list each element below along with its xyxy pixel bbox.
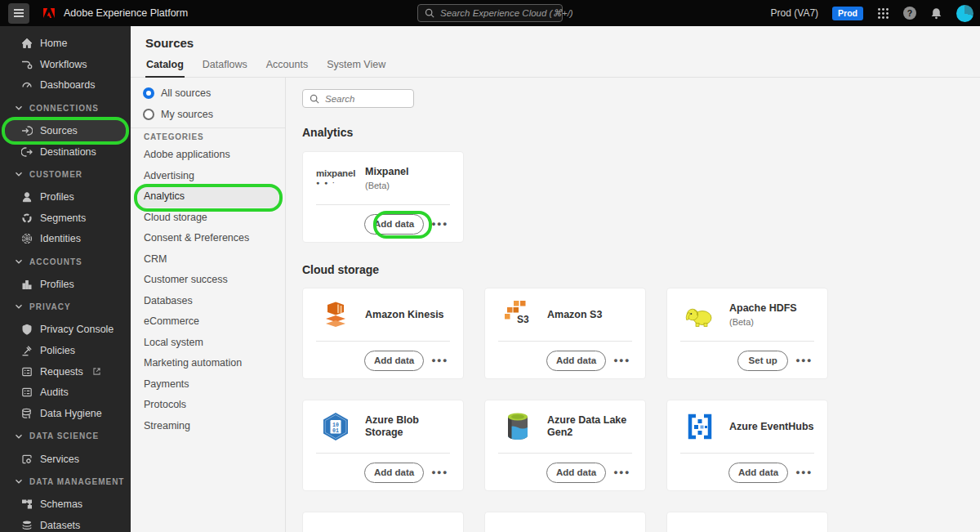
search-icon — [425, 8, 434, 18]
sidebar-section-label: PRIVACY — [29, 302, 71, 311]
bar-building-icon — [21, 279, 33, 290]
main-content: Sources Catalog Dataflows Accounts Syste… — [131, 26, 980, 532]
svg-text:01: 01 — [332, 428, 339, 434]
radio-label: All sources — [161, 87, 211, 99]
sidebar-item-label: Segments — [40, 212, 86, 224]
azure-data-lake-logo — [498, 408, 537, 445]
card-title: Mixpanel — [365, 166, 409, 178]
tab-dataflows[interactable]: Dataflows — [202, 54, 248, 77]
category-adobe-applications[interactable]: Adobe applications — [137, 145, 278, 166]
sidebar-item-label: Policies — [40, 345, 75, 356]
sidebar-item-requests[interactable]: Requests — [5, 361, 126, 382]
sidebar-item-schemas[interactable]: Schemas — [5, 494, 126, 515]
radio-my-sources[interactable]: My sources — [131, 104, 285, 125]
sidebar-item-label: Sources — [40, 125, 78, 136]
sidebar-section-data-science[interactable]: DATA SCIENCE — [0, 424, 131, 449]
sidebar-section-accounts[interactable]: ACCOUNTS — [0, 249, 131, 274]
source-card-amazon-kinesis: Amazon Kinesis Add data ●●● — [302, 288, 464, 379]
more-options-button[interactable]: ●●● — [431, 218, 448, 230]
category-crm[interactable]: CRM — [137, 249, 278, 270]
sidebar-item-workflows[interactable]: Workflows — [5, 54, 126, 75]
hamburger-menu-button[interactable] — [8, 3, 29, 24]
sidebar-item-segments[interactable]: Segments — [5, 208, 126, 229]
category-payments[interactable]: Payments — [137, 374, 278, 396]
sidebar-section-data-management[interactable]: DATA MANAGEMENT — [0, 469, 131, 494]
sidebar-item-identities[interactable]: Identities — [5, 229, 126, 250]
global-search-input[interactable]: Search Experience Cloud (⌘+/) — [417, 4, 563, 22]
mixpanel-logo: mixpanel ● ● · — [316, 159, 355, 197]
help-icon[interactable]: ? — [903, 7, 916, 20]
category-customer-success[interactable]: Customer success — [137, 270, 278, 291]
more-options-button[interactable]: ●●● — [795, 467, 813, 478]
category-streaming[interactable]: Streaming — [137, 416, 278, 437]
category-marketing-automation[interactable]: Marketing automation — [137, 353, 278, 374]
sidebar-item-account-profiles[interactable]: Profiles — [5, 274, 126, 295]
page-title: Sources — [131, 26, 980, 51]
azure-blob-storage-logo: 1001 — [316, 408, 355, 445]
sidebar-item-datasets[interactable]: Datasets — [5, 515, 126, 532]
sidebar-item-dashboards[interactable]: Dashboards — [5, 75, 126, 96]
sidebar-item-profiles[interactable]: Profiles — [5, 186, 126, 208]
category-advertising[interactable]: Advertising — [137, 166, 278, 187]
sidebar-section-label: DATA SCIENCE — [29, 431, 99, 440]
category-databases[interactable]: Databases — [137, 291, 278, 312]
sidebar-item-label: Identities — [40, 233, 81, 244]
add-data-button[interactable]: Add data — [546, 351, 606, 371]
notifications-bell-icon[interactable] — [930, 7, 942, 20]
top-bar: Adobe Experience Platform Search Experie… — [0, 0, 980, 26]
catalog-search-input[interactable]: Search — [302, 89, 414, 108]
environment-badge[interactable]: Prod — [832, 7, 863, 20]
sidebar-section-label: DATA MANAGEMENT — [29, 477, 124, 486]
sidebar-section-privacy[interactable]: PRIVACY — [0, 295, 131, 320]
category-ecommerce[interactable]: eCommerce — [137, 311, 278, 333]
gavel-icon — [21, 345, 33, 356]
category-protocols[interactable]: Protocols — [137, 395, 278, 416]
sidebar-item-home[interactable]: Home — [5, 33, 126, 54]
sidebar-item-destinations[interactable]: Destinations — [5, 141, 126, 163]
more-options-button[interactable]: ●●● — [431, 467, 448, 478]
set-up-button[interactable]: Set up — [737, 351, 788, 371]
source-card-partial — [484, 512, 646, 532]
datasets-icon — [21, 520, 33, 531]
more-options-button[interactable]: ●●● — [613, 467, 630, 478]
more-options-button[interactable]: ●●● — [613, 355, 630, 366]
user-avatar[interactable] — [956, 5, 973, 22]
chevron-down-icon — [15, 301, 23, 312]
tab-system-view[interactable]: System View — [326, 54, 386, 77]
global-search-placeholder: Search Experience Cloud (⌘+/) — [440, 7, 573, 19]
chevron-down-icon — [15, 168, 23, 180]
sidebar-item-privacy-console[interactable]: Privacy Console — [5, 319, 126, 340]
schemas-icon — [21, 498, 33, 510]
search-icon — [310, 94, 319, 104]
add-data-button[interactable]: Add data — [364, 351, 424, 371]
category-cloud-storage[interactable]: Cloud storage — [137, 208, 278, 229]
add-data-button[interactable]: Add data — [546, 463, 606, 483]
add-data-button[interactable]: Add data — [728, 463, 788, 483]
sidebar-section-connections[interactable]: CONNECTIONS — [0, 96, 131, 120]
sidebar-item-label: Home — [40, 38, 67, 49]
tab-accounts[interactable]: Accounts — [265, 54, 309, 77]
sidebar-item-services[interactable]: Services — [5, 449, 126, 470]
category-analytics[interactable]: Analytics — [137, 186, 278, 208]
category-consent-preferences[interactable]: Consent & Preferences — [137, 228, 278, 249]
section-heading-cloud-storage: Cloud storage — [302, 263, 980, 276]
add-data-button[interactable]: Add data — [364, 214, 424, 235]
category-local-system[interactable]: Local system — [137, 333, 278, 354]
radio-all-sources[interactable]: All sources — [131, 83, 285, 104]
card-beta-label: (Beta) — [729, 317, 797, 327]
external-link-icon — [93, 368, 100, 375]
card-title: Apache HDFS — [729, 302, 797, 315]
sidebar-section-customer[interactable]: CUSTOMER — [0, 162, 131, 186]
add-data-button[interactable]: Add data — [364, 463, 424, 483]
cloud-storage-card-grid: Amazon Kinesis Add data ●●● S3 — [302, 288, 980, 532]
sidebar-item-data-hygiene[interactable]: Data Hygiene — [5, 403, 126, 424]
sidebar-item-label: Profiles — [40, 191, 74, 203]
more-options-button[interactable]: ●●● — [431, 355, 448, 366]
tab-catalog[interactable]: Catalog — [145, 54, 185, 78]
sidebar-item-audits[interactable]: Audits — [5, 382, 126, 404]
sidebar-item-sources[interactable]: Sources — [5, 120, 126, 141]
sidebar-item-policies[interactable]: Policies — [5, 340, 126, 361]
mixpanel-wordmark: mixpanel — [316, 168, 355, 178]
more-options-button[interactable]: ●●● — [795, 355, 813, 366]
app-switcher-icon[interactable] — [877, 7, 889, 20]
